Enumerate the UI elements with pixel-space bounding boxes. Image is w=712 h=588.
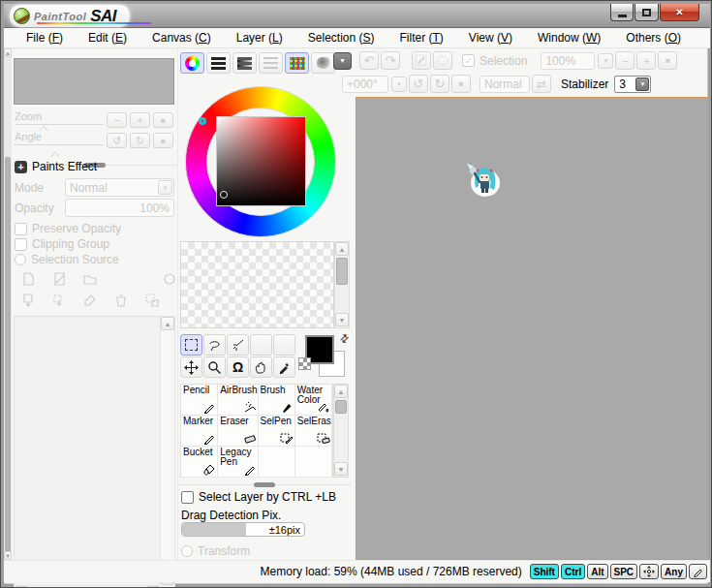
zoom-tool[interactable] [203,356,226,378]
panel-scrollbar-vertical[interactable]: ▲ ▼ [4,48,12,560]
magic-wand-tool[interactable] [227,334,249,356]
tool-legacy-pen[interactable]: Legacy Pen [218,447,258,478]
stabilizer-select[interactable]: 3 ▼ [614,76,651,93]
rotate-ccw-button[interactable]: ↺ [107,133,127,148]
rotate-cw-button[interactable]: ↻ [130,133,150,148]
selection-source-row[interactable]: Selection Source [15,253,119,266]
menu-layer[interactable]: Layer (L) [224,29,295,46]
close-button[interactable]: ✕ [660,4,699,21]
zoom-reset-button[interactable]: ■ [153,112,173,128]
move-tool[interactable] [180,356,202,378]
scroll-down-icon[interactable]: ▼ [335,313,349,326]
tool-watercolor[interactable]: Water Color [295,385,332,416]
sv-marker[interactable] [221,192,227,198]
select-layer-row[interactable]: Select Layer by CTRL +LB [181,490,336,504]
scratchpad-tab[interactable] [311,52,335,74]
selection-source-radio[interactable] [15,254,26,265]
canvas-rotate-ccw-button[interactable]: ↺ [409,75,428,93]
new-lineart-layer-button[interactable] [48,269,70,289]
canvas-zoom-reset-button[interactable]: ■ [658,51,677,70]
canvas-zoom-field[interactable]: 100% [541,52,595,70]
minimize-button[interactable] [610,4,634,21]
scroll-up-icon[interactable]: ▲ [4,48,12,57]
menu-view[interactable]: View (V) [456,29,525,46]
undo-button[interactable]: ↶ [359,51,379,70]
menu-edit[interactable]: Edit (E) [76,29,139,46]
transparent-color-chip[interactable] [298,357,311,370]
invert-selection-button[interactable] [433,51,452,70]
navigator-preview[interactable] [14,58,174,105]
tool-marker[interactable]: Marker [181,416,218,447]
tool-grid-scrollbar[interactable]: ▲ ▼ [333,384,349,478]
flip-canvas-button[interactable]: ⇄ [532,75,551,93]
tool-selpen[interactable]: SelPen [259,416,295,447]
transform-radio[interactable] [181,545,193,557]
empty-tool-slot[interactable] [273,334,295,356]
menu-selection[interactable]: Selection (S) [295,29,387,46]
eyedropper-tool[interactable] [273,356,295,378]
hand-tool[interactable] [250,356,272,378]
drag-detection-slider[interactable]: ±16pix [181,522,305,537]
menu-filter[interactable]: Filter (T) [387,29,456,46]
angle-slider-thumb[interactable] [50,151,60,157]
layers-list[interactable]: ▲ ▼ ◄ ► [14,316,175,588]
delete-layer-button[interactable] [110,291,132,310]
menu-canvas[interactable]: Canvas (C) [139,29,224,46]
redo-button[interactable]: ↷ [381,51,400,70]
deselect-button[interactable] [412,51,431,70]
combine-button[interactable] [141,291,163,310]
new-folder-button[interactable] [79,269,101,289]
hue-marker[interactable] [199,117,206,125]
select-layer-checkbox[interactable] [181,491,194,504]
menu-file[interactable]: File (F) [14,29,76,46]
swatches-scrollbar[interactable]: ▲ ▼ [334,241,350,328]
swap-colors-icon[interactable]: ⇄ [337,331,353,347]
title-bar[interactable]: PaintTool SAI ✕ [4,4,710,28]
clipping-group-row[interactable]: Clipping Group [15,237,109,251]
tool-airbrush[interactable]: AirBrush [218,385,258,416]
swatches-area[interactable] [180,241,334,328]
canvas-angle-dropdown-button[interactable]: ▼ [391,77,407,92]
zoom-slider[interactable] [15,124,104,125]
menu-window[interactable]: Window (W) [525,29,613,46]
maximize-button[interactable] [635,4,659,21]
panel-menu-button[interactable]: ▼ [333,52,352,70]
mode-dropdown[interactable]: Normal ▼ [65,178,174,197]
canvas-angle-field[interactable]: +000° [342,76,388,93]
scroll-down-icon[interactable]: ▼ [334,462,348,476]
zoom-out-button[interactable]: − [107,112,127,128]
selection-checkbox[interactable]: ✓ [462,54,475,67]
transform-row[interactable]: Transform [181,544,250,558]
color-wheel-tab[interactable] [180,52,204,74]
clipping-group-checkbox[interactable] [15,238,27,251]
paint-mode-field[interactable]: Normal [480,76,530,93]
layers-vscroll[interactable]: ▲ ▼ [160,317,174,585]
hsv-slider-tab[interactable] [232,52,257,74]
merge-down-button[interactable] [48,291,70,310]
tool-brush[interactable]: Brush [259,385,295,416]
new-layer-button[interactable] [17,269,39,289]
tool-eraser[interactable]: Eraser [218,416,258,447]
canvas-rotate-cw-button[interactable]: ↻ [430,75,449,93]
clear-layer-button[interactable] [79,291,101,310]
tool-bucket[interactable]: Bucket [181,447,218,478]
angle-reset-button[interactable]: ■ [153,133,173,148]
rect-select-tool[interactable] [180,334,202,356]
preserve-opacity-checkbox[interactable] [15,223,27,235]
rotate-view-tool[interactable]: Ω [227,356,249,378]
drawing-canvas[interactable] [356,97,709,560]
canvas-angle-reset-button[interactable]: ■ [451,75,471,93]
canvas-zoom-out-button[interactable]: − [615,51,635,70]
color-mixer-tab[interactable] [259,52,283,74]
scroll-thumb[interactable] [335,400,347,414]
paints-effect-header[interactable]: + Paints Effect [15,160,97,173]
lasso-tool[interactable] [203,334,226,356]
mode-dropdown-button[interactable]: ▼ [158,180,172,195]
empty-tool-slot[interactable] [250,334,272,356]
preserve-opacity-row[interactable]: Preserve Opacity [15,222,121,235]
rgb-slider-tab[interactable] [206,52,231,74]
scroll-thumb[interactable] [5,157,11,554]
scroll-down-icon[interactable]: ▼ [4,551,12,560]
canvas-zoom-in-button[interactable]: + [636,51,656,70]
zoom-in-button[interactable]: + [130,112,150,128]
